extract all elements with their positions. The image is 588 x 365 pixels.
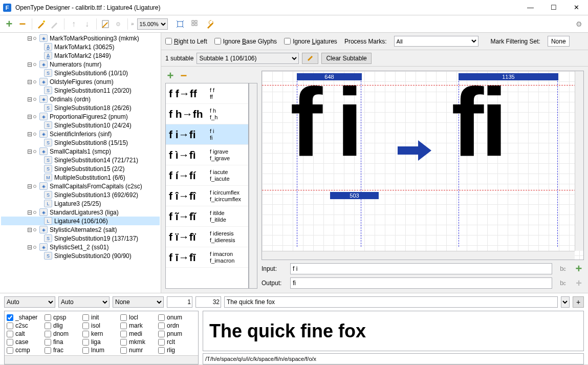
- tree-item[interactable]: ⊟◈StylisticAlternates2 (salt): [1, 225, 160, 234]
- tree-item[interactable]: ⊟◈SmallCapitalsFromCapitals (c2sc): [1, 182, 160, 190]
- preview-history[interactable]: [561, 296, 570, 308]
- feature-kern[interactable]: kern: [82, 330, 120, 338]
- tree-item[interactable]: LLigature3 (25/25): [1, 199, 160, 208]
- tree-item[interactable]: SSingleSubstitution20 (90/90): [1, 251, 160, 260]
- tree-item[interactable]: SSingleSubstitution10 (24/24): [1, 121, 160, 130]
- tree-item[interactable]: ⊟◈ProportionalFigures2 (pnum): [1, 112, 160, 121]
- tree-item[interactable]: ⊟◈MarkToMarkPositioning3 (mkmk): [1, 34, 160, 42]
- refresh-icon[interactable]: [206, 19, 216, 29]
- tree-item[interactable]: MMultipleSubstitution1 (6/6): [1, 173, 160, 182]
- feature-ccmp[interactable]: ccmp: [7, 346, 45, 354]
- feature-pnum[interactable]: pnum: [158, 330, 196, 338]
- add-input-icon[interactable]: +: [574, 264, 584, 274]
- lang-select[interactable]: None: [113, 296, 164, 308]
- ligature-list-scrollbar[interactable]: [249, 83, 257, 289]
- tree-item[interactable]: ⊟◈Ordinals (ordn): [1, 95, 160, 103]
- spin-2[interactable]: [195, 296, 221, 308]
- tree-item[interactable]: ⊟◈ScientificInferiors (sinf): [1, 130, 160, 138]
- feature-calt[interactable]: calt: [7, 330, 45, 338]
- settings-gear-icon[interactable]: ⚙: [574, 19, 584, 29]
- script-icon[interactable]: [101, 19, 111, 29]
- expand-chevrons-icon[interactable]: »: [131, 21, 134, 27]
- feature-lnum[interactable]: lnum: [82, 346, 120, 354]
- wizard-icon[interactable]: [36, 19, 47, 29]
- decomposition-field[interactable]: [203, 353, 584, 364]
- ligature-row[interactable]: f i→fif ifi: [166, 124, 248, 145]
- remove-icon[interactable]: −: [17, 19, 28, 29]
- wizard2-icon[interactable]: [50, 19, 60, 29]
- feature-numr[interactable]: numr: [120, 346, 158, 354]
- feature-case[interactable]: case: [7, 338, 45, 346]
- tree-item[interactable]: LLigature4 (106/106): [1, 217, 160, 225]
- ligature-row[interactable]: f í→fíf iacutef_iacute: [166, 165, 248, 186]
- tree-item[interactable]: A̲MarkToMark2 (1849): [1, 51, 160, 60]
- ligature-row[interactable]: f ĩ→fĩf itildef_itilde: [166, 206, 248, 227]
- spin-1[interactable]: [167, 296, 192, 308]
- feature-dlig[interactable]: dlig: [45, 321, 82, 330]
- features-h-scrollbar[interactable]: [5, 355, 198, 364]
- feature-_shaper[interactable]: _shaper: [7, 313, 45, 321]
- add-ligature-icon[interactable]: +: [165, 71, 176, 81]
- move-up-icon[interactable]: ↑: [69, 19, 79, 29]
- output-assist-icon[interactable]: bc: [555, 280, 571, 287]
- ignore-liga-checkbox[interactable]: Ignore Ligatures: [284, 38, 337, 45]
- feature-fina[interactable]: fina: [45, 338, 82, 346]
- grid-icon[interactable]: [190, 19, 201, 29]
- feature-init[interactable]: init: [82, 313, 120, 321]
- tree-item[interactable]: ⊟◈SmallCapitals1 (smcp): [1, 147, 160, 156]
- feature-dnom[interactable]: dnom: [45, 330, 82, 338]
- ligature-row[interactable]: f î→fîf icircumflexf_icircumflex: [166, 186, 248, 206]
- feature-c2sc[interactable]: c2sc: [7, 321, 45, 330]
- feature-cpsp[interactable]: cpsp: [45, 313, 82, 321]
- tree-item[interactable]: ⊟◈OldstyleFigures (onum): [1, 77, 160, 86]
- render-mode-2[interactable]: Auto: [58, 296, 110, 308]
- close-button[interactable]: ✕: [565, 0, 588, 15]
- tree-item[interactable]: ⊟◈Numerators (numr): [1, 60, 160, 69]
- maximize-button[interactable]: ☐: [542, 0, 565, 15]
- ligature-row[interactable]: f ì→fìf igravef_igrave: [166, 145, 248, 165]
- tree-item[interactable]: SSingleSubstitution19 (137/137): [1, 234, 160, 243]
- feature-rlig[interactable]: rlig: [158, 346, 196, 354]
- tree-item[interactable]: ⊟◈StylisticSet1_2 (ss01): [1, 243, 160, 251]
- fit-icon[interactable]: [175, 19, 185, 29]
- tree-item[interactable]: SSingleSubstitution18 (26/26): [1, 103, 160, 112]
- feature-medi[interactable]: medi: [120, 330, 158, 338]
- tree-item[interactable]: ⊟◈StandardLigatures3 (liga): [1, 208, 160, 217]
- subtable-select[interactable]: Subtable 1 (106/106): [197, 53, 299, 64]
- ignore-base-checkbox[interactable]: Ignore Base Glyphs: [214, 38, 277, 45]
- feature-locl[interactable]: locl: [120, 313, 158, 321]
- ligature-list[interactable]: f f→fff ffff h→fhf hf_hf i→fif ifif ì→fì…: [165, 83, 249, 289]
- subtable-wizard-button[interactable]: [302, 53, 318, 64]
- rtl-checkbox[interactable]: Right to Left: [165, 38, 207, 45]
- tree-item[interactable]: SSingleSubstitution13 (692/692): [1, 190, 160, 199]
- ligature-row[interactable]: f ï→fïf idieresisf_idieresis: [166, 227, 248, 247]
- ligature-row[interactable]: f ī→fīf imacronf_imacron: [166, 247, 248, 268]
- feature-mark[interactable]: mark: [120, 321, 158, 330]
- tools-icon[interactable]: ⚙: [114, 19, 124, 29]
- feature-mkmk[interactable]: mkmk: [120, 338, 158, 346]
- zoom-combo[interactable]: 15.00%: [137, 18, 168, 30]
- feature-isol[interactable]: isol: [82, 321, 120, 330]
- canvas-h-scrollbar[interactable]: [262, 251, 575, 260]
- tree-item[interactable]: SSingleSubstitution11 (20/20): [1, 86, 160, 95]
- feature-rclt[interactable]: rclt: [158, 338, 196, 346]
- add-icon[interactable]: +: [4, 19, 14, 29]
- tree-item[interactable]: SSingleSubstitution15 (2/2): [1, 164, 160, 173]
- input-assist-icon[interactable]: bc: [555, 265, 571, 272]
- input-field[interactable]: [290, 263, 552, 274]
- process-marks-select[interactable]: All: [394, 36, 478, 47]
- feature-frac[interactable]: frac: [45, 346, 82, 354]
- ligature-row[interactable]: f h→fhf hf_h: [166, 104, 248, 124]
- render-mode-1[interactable]: Auto: [4, 296, 55, 308]
- ligature-row[interactable]: f f→fff fff: [166, 83, 248, 104]
- canvas-v-scrollbar[interactable]: [575, 71, 583, 251]
- tree-item[interactable]: SSingleSubstitution14 (721/721): [1, 156, 160, 164]
- move-down-icon[interactable]: ↓: [82, 19, 92, 29]
- tree-item[interactable]: SSingleSubstitution6 (10/10): [1, 69, 160, 77]
- output-field[interactable]: [290, 277, 552, 289]
- feature-onum[interactable]: onum: [158, 313, 196, 321]
- remove-ligature-icon[interactable]: −: [179, 71, 189, 81]
- feature-ordn[interactable]: ordn: [158, 321, 196, 330]
- glyph-preview-canvas[interactable]: 648 1135 503 f i fi: [262, 71, 584, 260]
- feature-liga[interactable]: liga: [82, 338, 120, 346]
